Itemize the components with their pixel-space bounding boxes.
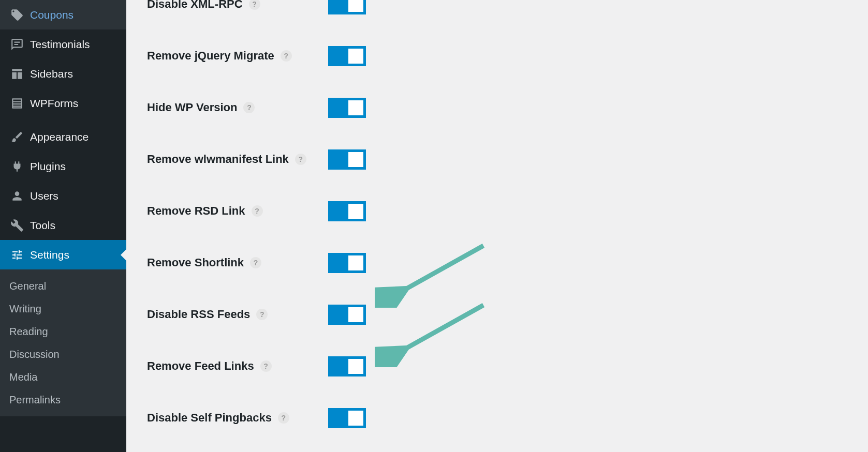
submenu-item-writing[interactable]: Writing bbox=[0, 297, 126, 320]
help-icon[interactable]: ? bbox=[252, 205, 263, 217]
toggle-knob bbox=[348, 49, 363, 64]
toggle-disable-xml-rpc[interactable] bbox=[328, 0, 366, 14]
setting-row-disable-rss-feeds: Disable RSS Feeds ? bbox=[147, 289, 847, 340]
toggle-hide-wp-version[interactable] bbox=[328, 98, 366, 118]
help-icon[interactable]: ? bbox=[250, 257, 261, 268]
submenu-item-discussion[interactable]: Discussion bbox=[0, 343, 126, 366]
settings-submenu: General Writing Reading Discussion Media… bbox=[0, 269, 126, 416]
submenu-item-media[interactable]: Media bbox=[0, 366, 126, 388]
setting-row-remove-jquery-migrate: Remove jQuery Migrate ? bbox=[147, 30, 847, 82]
help-icon[interactable]: ? bbox=[281, 50, 292, 62]
toggle-disable-rss-feeds[interactable] bbox=[328, 305, 366, 325]
help-icon[interactable]: ? bbox=[249, 0, 260, 10]
setting-label: Remove Shortlink bbox=[147, 256, 244, 269]
setting-row-disable-self-pingbacks: Disable Self Pingbacks ? bbox=[147, 392, 847, 444]
sidebar-item-label: Plugins bbox=[30, 160, 66, 173]
setting-row-hide-wp-version: Hide WP Version ? bbox=[147, 82, 847, 133]
toggle-knob bbox=[348, 0, 363, 12]
menu-separator bbox=[0, 118, 126, 122]
toggle-knob bbox=[348, 204, 363, 219]
setting-label: Disable XML-RPC bbox=[147, 0, 243, 11]
toggle-remove-wlwmanifest-link[interactable] bbox=[328, 149, 366, 170]
sidebar-item-settings[interactable]: Settings bbox=[0, 240, 126, 269]
setting-row-remove-feed-links: Remove Feed Links ? bbox=[147, 340, 847, 392]
toggle-knob bbox=[348, 359, 363, 374]
sidebar-item-label: Tools bbox=[30, 219, 55, 232]
toggle-remove-jquery-migrate[interactable] bbox=[328, 46, 366, 66]
toggle-knob bbox=[348, 152, 363, 167]
setting-label: Disable Self Pingbacks bbox=[147, 411, 272, 425]
setting-row-remove-wlwmanifest-link: Remove wlwmanifest Link ? bbox=[147, 133, 847, 185]
forms-icon bbox=[9, 96, 25, 111]
toggle-knob bbox=[348, 307, 363, 322]
user-icon bbox=[9, 188, 25, 204]
help-icon[interactable]: ? bbox=[260, 360, 272, 372]
sidebar-item-tools[interactable]: Tools bbox=[0, 210, 126, 240]
sidebar-item-sidebars[interactable]: Sidebars bbox=[0, 59, 126, 88]
setting-row-remove-shortlink: Remove Shortlink ? bbox=[147, 237, 847, 289]
plug-icon bbox=[9, 159, 25, 174]
setting-label: Hide WP Version bbox=[147, 101, 237, 114]
testimonial-icon bbox=[9, 37, 25, 52]
sidebar-item-wpforms[interactable]: WPForms bbox=[0, 88, 126, 118]
sidebar-item-testimonials[interactable]: Testimonials bbox=[0, 29, 126, 59]
brush-icon bbox=[9, 129, 25, 145]
submenu-item-general[interactable]: General bbox=[0, 275, 126, 297]
toggle-remove-feed-links[interactable] bbox=[328, 356, 366, 376]
sidebar-item-label: Users bbox=[30, 190, 58, 202]
setting-label: Remove wlwmanifest Link bbox=[147, 153, 289, 166]
toggle-remove-rsd-link[interactable] bbox=[328, 201, 366, 221]
admin-sidebar: Coupons Testimonials Sidebars WPForms Ap… bbox=[0, 0, 126, 452]
settings-content: Disable XML-RPC ? Remove jQuery Migrate … bbox=[126, 0, 868, 452]
toggle-knob bbox=[348, 411, 363, 426]
wrench-icon bbox=[9, 218, 25, 233]
setting-label: Remove Feed Links bbox=[147, 359, 254, 373]
setting-row-remove-rsd-link: Remove RSD Link ? bbox=[147, 185, 847, 237]
sidebar-item-users[interactable]: Users bbox=[0, 181, 126, 210]
help-icon[interactable]: ? bbox=[256, 309, 268, 320]
layout-icon bbox=[9, 66, 25, 82]
sidebar-item-label: Coupons bbox=[30, 9, 73, 21]
help-icon[interactable]: ? bbox=[278, 412, 289, 424]
help-icon[interactable]: ? bbox=[295, 154, 306, 165]
sidebar-item-coupons[interactable]: Coupons bbox=[0, 0, 126, 29]
submenu-item-reading[interactable]: Reading bbox=[0, 320, 126, 343]
sidebar-item-label: WPForms bbox=[30, 97, 78, 110]
toggle-knob bbox=[348, 255, 363, 270]
toggle-disable-self-pingbacks[interactable] bbox=[328, 408, 366, 428]
help-icon[interactable]: ? bbox=[243, 102, 255, 113]
setting-label: Remove jQuery Migrate bbox=[147, 49, 274, 63]
sidebar-item-label: Appearance bbox=[30, 131, 89, 143]
setting-row-disable-xml-rpc: Disable XML-RPC ? bbox=[147, 0, 847, 30]
toggle-knob bbox=[348, 100, 363, 115]
setting-label: Disable RSS Feeds bbox=[147, 308, 250, 321]
sidebar-item-label: Sidebars bbox=[30, 68, 73, 80]
toggle-remove-shortlink[interactable] bbox=[328, 253, 366, 273]
sidebar-item-label: Settings bbox=[30, 249, 69, 261]
setting-label: Remove RSD Link bbox=[147, 204, 245, 218]
sliders-icon bbox=[9, 247, 25, 263]
sidebar-item-appearance[interactable]: Appearance bbox=[0, 122, 126, 152]
submenu-item-permalinks[interactable]: Permalinks bbox=[0, 388, 126, 411]
sidebar-item-label: Testimonials bbox=[30, 38, 90, 51]
tag-icon bbox=[9, 7, 25, 23]
sidebar-item-plugins[interactable]: Plugins bbox=[0, 152, 126, 181]
